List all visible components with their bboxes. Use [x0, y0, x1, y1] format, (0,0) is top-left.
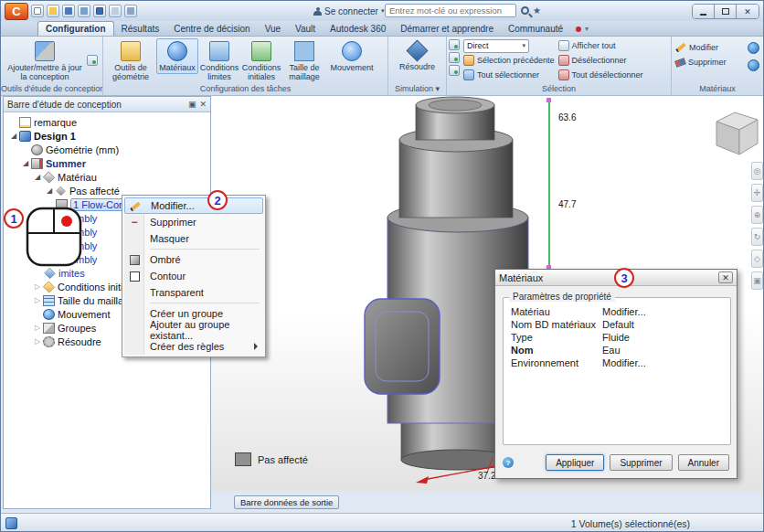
pan-icon[interactable]: ✛ [751, 184, 763, 202]
material-environment-icon[interactable] [748, 59, 759, 71]
look-at-icon[interactable]: ◇ [751, 250, 763, 268]
menu-item-ombre[interactable]: Ombré [124, 251, 263, 268]
deselect-button[interactable]: Désélectionner [558, 53, 643, 68]
new-file-icon[interactable] [31, 5, 44, 17]
expander-icon[interactable]: ▷ [32, 337, 43, 346]
expander-icon[interactable]: ◢ [20, 159, 31, 167]
deselect-icon [558, 55, 569, 66]
tab-configuration[interactable]: Configuration [37, 21, 114, 36]
group-label-design-tools[interactable]: Outils d'étude de conception ▾ [1, 83, 102, 95]
undo-icon[interactable] [109, 5, 122, 17]
zoom-icon[interactable]: ⊕ [751, 206, 763, 224]
window-controls: ✕ [692, 4, 759, 19]
modify-material-button[interactable]: Modifier [675, 40, 727, 55]
output-bar-button[interactable]: Barre données de sortie [234, 495, 339, 509]
selection-mode-edge-icon[interactable] [449, 65, 460, 76]
tab-communaute[interactable]: Communauté [501, 22, 570, 36]
save-icon[interactable] [62, 5, 75, 17]
expander-icon[interactable]: ◢ [44, 186, 55, 195]
material-sphere-icon[interactable] [748, 42, 759, 54]
tab-vault[interactable]: Vault [288, 22, 323, 36]
expander-icon[interactable]: ▷ [32, 324, 43, 332]
minimize-button[interactable] [693, 5, 715, 18]
expander-icon[interactable]: ▷ [32, 282, 43, 291]
geometry-tools-button[interactable]: Outils de géométrie [105, 38, 156, 83]
previous-selection-button[interactable]: Sélection précédente [463, 53, 555, 68]
deselect-all-button[interactable]: Tout désélectionner [558, 68, 643, 82]
materiau-value[interactable]: Modifier... [602, 306, 730, 317]
float-panel-icon[interactable]: ▣ [188, 100, 196, 109]
search-input[interactable] [385, 4, 516, 17]
menu-item-contour[interactable]: Contour [124, 268, 263, 284]
select-all-button[interactable]: Tout sélectionner [463, 68, 555, 82]
expander-icon[interactable]: ◢ [32, 173, 43, 181]
favorites-star-icon[interactable]: ★ [533, 5, 541, 16]
materials-button[interactable]: Matériaux [156, 38, 198, 74]
apply-button[interactable]: Appliquer [546, 454, 604, 471]
menu-item-creer-des-regles[interactable]: Créer des règles [124, 338, 263, 355]
save-all-icon[interactable] [78, 5, 90, 17]
close-button[interactable]: ✕ [737, 5, 759, 18]
search-binoculars-icon[interactable] [521, 6, 529, 15]
design-notes-icon[interactable] [87, 55, 98, 66]
menu-item-transparent[interactable]: Transparent [124, 284, 263, 301]
tree-item-design-1[interactable]: ◢ Design 1 [4, 129, 210, 143]
expander-icon[interactable]: ▷ [32, 296, 43, 304]
tree-item-geometrie[interactable]: Géométrie (mm) [4, 143, 210, 156]
expander-icon[interactable]: ◢ [8, 132, 19, 140]
display-settings-icon[interactable] [93, 5, 106, 17]
zoom-window-icon[interactable]: ▣ [751, 271, 763, 290]
unassigned-material-icon [56, 186, 66, 196]
close-panel-icon[interactable]: ✕ [199, 100, 207, 109]
statusbar: 1 Volume(s) sélectionné(es) [1, 513, 763, 532]
dialog-close-button[interactable]: ✕ [718, 271, 733, 283]
view-cube[interactable] [716, 112, 758, 154]
initial-conditions-button[interactable]: Conditions initiales [240, 38, 282, 83]
tab-autodesk-360[interactable]: Autodesk 360 [323, 22, 393, 36]
dialog-help-icon[interactable]: ? [503, 457, 514, 468]
tree-item-remarque[interactable]: remarque [4, 115, 210, 129]
selection-mode-volume-icon[interactable] [449, 39, 460, 50]
mesh-size-button[interactable]: Taille de maillage [282, 38, 326, 83]
tab-resultats[interactable]: Résultats [114, 22, 167, 36]
solve-button[interactable]: Résoudre [394, 38, 441, 73]
type-value[interactable]: Fluide [602, 332, 730, 343]
orbit-icon[interactable]: ↻ [751, 228, 763, 246]
group-label-simulation[interactable]: Simulation ▾ [388, 83, 446, 95]
ruler-label-2: 47.7 [558, 199, 577, 209]
tab-centre-de-decision[interactable]: Centre de décision [166, 22, 257, 36]
direct-mode-dropdown[interactable]: Direct▾ [463, 38, 555, 53]
menu-item-modifier[interactable]: Modifier... [124, 197, 263, 214]
open-file-icon[interactable] [47, 5, 59, 17]
ribbon-tab-bar: Configuration Résultats Centre de décisi… [1, 21, 763, 37]
tab-vue[interactable]: Vue [258, 22, 288, 36]
tree-item-materiau[interactable]: ◢ Matériau [4, 170, 210, 184]
boundary-conditions-button[interactable]: Conditions limites [198, 38, 240, 83]
application-window: C ★ Se connecter ▾ ✕ ⇄ ? ✕ Configuration… [0, 0, 764, 532]
menu-item-supprimer[interactable]: − Supprimer [124, 214, 263, 230]
full-navigation-wheel-icon[interactable]: ◎ [751, 162, 763, 180]
nom-value[interactable]: Eau [602, 345, 730, 356]
selection-mode-surface-icon[interactable] [449, 52, 460, 63]
group-label-selection: Sélection [447, 83, 671, 95]
menu-item-ajouter-au-groupe[interactable]: Ajouter au groupe existant... [124, 322, 263, 338]
previous-selection-icon [463, 55, 474, 66]
cancel-button[interactable]: Annuler [678, 454, 729, 471]
tab-demarrer-et-apprendre[interactable]: Démarrer et apprendre [393, 22, 501, 36]
groupbox-label: Paramètres de propriété [509, 292, 615, 302]
app-menu-button[interactable]: C [5, 3, 28, 20]
workspace-icon[interactable] [124, 5, 137, 17]
add-update-design-button[interactable]: Ajouter/mettre à jour la conception [3, 38, 87, 83]
tree-item-summer[interactable]: ◢ Summer [4, 156, 210, 170]
show-all-button[interactable]: Afficher tout [558, 38, 643, 53]
deselect-all-icon [558, 69, 569, 80]
ribbon-collapse-icon[interactable]: ▾ [585, 25, 589, 33]
dialog-delete-button[interactable]: Supprimer [610, 454, 672, 471]
motion-button[interactable]: Mouvement [326, 38, 377, 74]
maximize-button[interactable] [715, 5, 737, 18]
nom-bd-value[interactable]: Default [602, 319, 730, 330]
menu-item-masquer[interactable]: Masquer [124, 230, 263, 247]
delete-material-button[interactable]: Supprimer [675, 55, 727, 69]
sign-in-button[interactable]: Se connecter ▾ [313, 6, 384, 16]
environnement-value[interactable]: Modifier... [602, 357, 730, 368]
